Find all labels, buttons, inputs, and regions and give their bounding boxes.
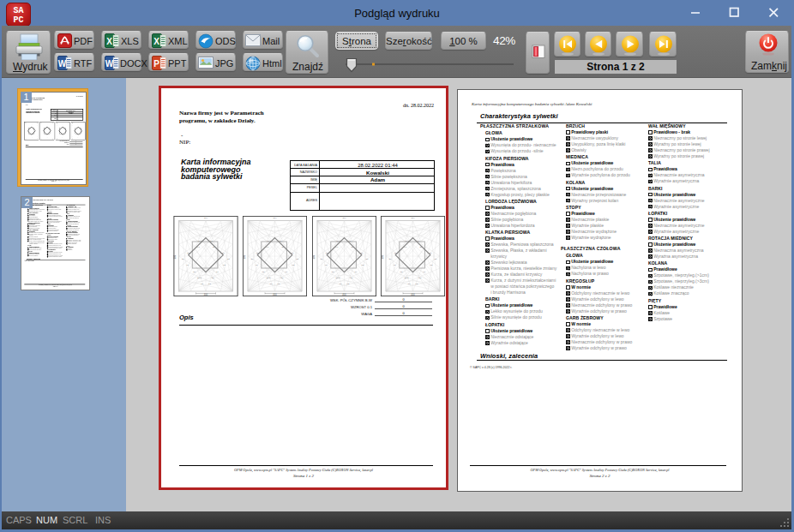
svg-text:X: X [106,37,112,46]
svg-text:W: W [105,59,114,69]
svg-text:X: X [153,37,159,46]
svg-text:W: W [58,59,67,69]
svg-text:P: P [153,59,159,69]
